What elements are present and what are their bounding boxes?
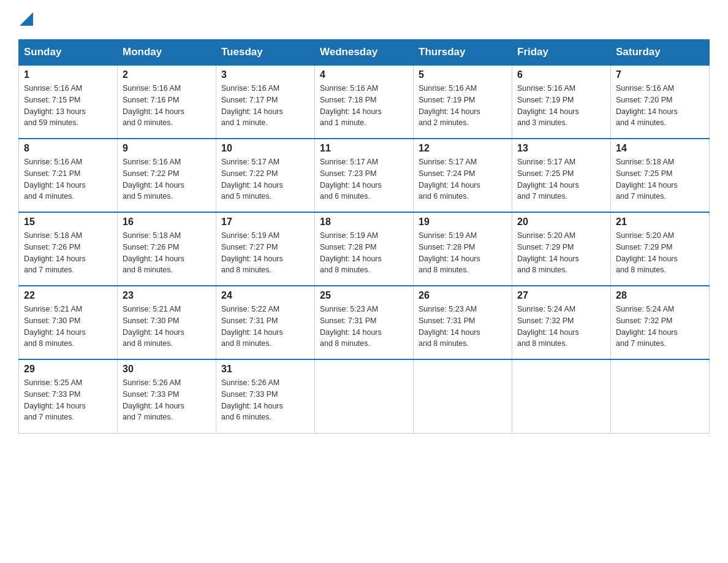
day-number: 28 bbox=[616, 290, 704, 301]
weekday-header-tuesday: Tuesday bbox=[216, 40, 315, 66]
day-number: 26 bbox=[419, 290, 507, 301]
calendar-cell: 24 Sunrise: 5:22 AMSunset: 7:31 PMDaylig… bbox=[216, 286, 315, 359]
calendar-cell: 5 Sunrise: 5:16 AMSunset: 7:19 PMDayligh… bbox=[414, 65, 512, 139]
calendar-cell: 21 Sunrise: 5:20 AMSunset: 7:29 PMDaylig… bbox=[611, 212, 710, 286]
calendar-cell: 6 Sunrise: 5:16 AMSunset: 7:19 PMDayligh… bbox=[512, 65, 611, 139]
day-number: 21 bbox=[616, 216, 704, 228]
weekday-header-saturday: Saturday bbox=[611, 40, 710, 66]
day-number: 23 bbox=[123, 290, 211, 301]
calendar-cell: 9 Sunrise: 5:16 AMSunset: 7:22 PMDayligh… bbox=[118, 139, 216, 212]
day-info: Sunrise: 5:19 AMSunset: 7:28 PMDaylight:… bbox=[419, 230, 507, 276]
day-number: 12 bbox=[419, 143, 507, 154]
day-number: 24 bbox=[221, 290, 309, 301]
day-number: 8 bbox=[24, 143, 112, 154]
calendar-cell bbox=[611, 359, 710, 433]
weekday-header-friday: Friday bbox=[512, 40, 611, 66]
calendar-cell: 7 Sunrise: 5:16 AMSunset: 7:20 PMDayligh… bbox=[611, 65, 710, 139]
calendar-cell bbox=[315, 359, 414, 433]
calendar-cell: 29 Sunrise: 5:25 AMSunset: 7:33 PMDaylig… bbox=[19, 359, 118, 433]
calendar-table: SundayMondayTuesdayWednesdayThursdayFrid… bbox=[18, 39, 710, 434]
calendar-cell: 1 Sunrise: 5:16 AMSunset: 7:15 PMDayligh… bbox=[19, 65, 118, 139]
calendar-cell: 28 Sunrise: 5:24 AMSunset: 7:32 PMDaylig… bbox=[611, 286, 710, 359]
day-info: Sunrise: 5:23 AMSunset: 7:31 PMDaylight:… bbox=[320, 304, 408, 350]
day-info: Sunrise: 5:19 AMSunset: 7:27 PMDaylight:… bbox=[221, 230, 309, 276]
day-info: Sunrise: 5:23 AMSunset: 7:31 PMDaylight:… bbox=[419, 304, 507, 350]
calendar-cell: 25 Sunrise: 5:23 AMSunset: 7:31 PMDaylig… bbox=[315, 286, 414, 359]
calendar-cell: 15 Sunrise: 5:18 AMSunset: 7:26 PMDaylig… bbox=[19, 212, 118, 286]
day-number: 3 bbox=[221, 69, 309, 80]
calendar-cell: 22 Sunrise: 5:21 AMSunset: 7:30 PMDaylig… bbox=[19, 286, 118, 359]
day-info: Sunrise: 5:17 AMSunset: 7:24 PMDaylight:… bbox=[419, 156, 507, 202]
day-number: 27 bbox=[517, 290, 605, 301]
calendar-cell: 26 Sunrise: 5:23 AMSunset: 7:31 PMDaylig… bbox=[414, 286, 512, 359]
logo-triangle-icon bbox=[20, 12, 33, 26]
day-info: Sunrise: 5:26 AMSunset: 7:33 PMDaylight:… bbox=[123, 377, 211, 423]
day-number: 14 bbox=[616, 143, 704, 154]
logo-blue-part bbox=[20, 12, 33, 28]
calendar-cell: 17 Sunrise: 5:19 AMSunset: 7:27 PMDaylig… bbox=[216, 212, 315, 286]
day-number: 20 bbox=[517, 216, 605, 228]
logo-text bbox=[18, 12, 33, 28]
day-info: Sunrise: 5:18 AMSunset: 7:26 PMDaylight:… bbox=[24, 230, 112, 276]
day-info: Sunrise: 5:19 AMSunset: 7:28 PMDaylight:… bbox=[320, 230, 408, 276]
day-number: 15 bbox=[24, 216, 112, 228]
day-info: Sunrise: 5:24 AMSunset: 7:32 PMDaylight:… bbox=[616, 304, 704, 350]
day-number: 11 bbox=[320, 143, 408, 154]
day-number: 5 bbox=[419, 69, 507, 80]
calendar-week-2: 8 Sunrise: 5:16 AMSunset: 7:21 PMDayligh… bbox=[19, 139, 710, 212]
day-info: Sunrise: 5:16 AMSunset: 7:20 PMDaylight:… bbox=[616, 83, 704, 129]
day-number: 7 bbox=[616, 69, 704, 80]
day-info: Sunrise: 5:16 AMSunset: 7:19 PMDaylight:… bbox=[419, 83, 507, 129]
calendar-cell: 30 Sunrise: 5:26 AMSunset: 7:33 PMDaylig… bbox=[118, 359, 216, 433]
calendar-cell: 18 Sunrise: 5:19 AMSunset: 7:28 PMDaylig… bbox=[315, 212, 414, 286]
calendar-cell: 20 Sunrise: 5:20 AMSunset: 7:29 PMDaylig… bbox=[512, 212, 611, 286]
day-info: Sunrise: 5:16 AMSunset: 7:17 PMDaylight:… bbox=[221, 83, 309, 129]
calendar-cell: 23 Sunrise: 5:21 AMSunset: 7:30 PMDaylig… bbox=[118, 286, 216, 359]
day-info: Sunrise: 5:25 AMSunset: 7:33 PMDaylight:… bbox=[24, 377, 112, 423]
day-number: 13 bbox=[517, 143, 605, 154]
day-number: 6 bbox=[517, 69, 605, 80]
day-info: Sunrise: 5:22 AMSunset: 7:31 PMDaylight:… bbox=[221, 304, 309, 350]
day-info: Sunrise: 5:17 AMSunset: 7:25 PMDaylight:… bbox=[517, 156, 605, 202]
calendar-week-1: 1 Sunrise: 5:16 AMSunset: 7:15 PMDayligh… bbox=[19, 65, 710, 139]
weekday-header-monday: Monday bbox=[118, 40, 216, 66]
day-info: Sunrise: 5:20 AMSunset: 7:29 PMDaylight:… bbox=[616, 230, 704, 276]
day-number: 1 bbox=[24, 69, 112, 80]
calendar-cell: 13 Sunrise: 5:17 AMSunset: 7:25 PMDaylig… bbox=[512, 139, 611, 212]
calendar-cell: 14 Sunrise: 5:18 AMSunset: 7:25 PMDaylig… bbox=[611, 139, 710, 212]
day-info: Sunrise: 5:21 AMSunset: 7:30 PMDaylight:… bbox=[123, 304, 211, 350]
day-info: Sunrise: 5:17 AMSunset: 7:23 PMDaylight:… bbox=[320, 156, 408, 202]
calendar-cell: 12 Sunrise: 5:17 AMSunset: 7:24 PMDaylig… bbox=[414, 139, 512, 212]
calendar-week-3: 15 Sunrise: 5:18 AMSunset: 7:26 PMDaylig… bbox=[19, 212, 710, 286]
weekday-header-sunday: Sunday bbox=[19, 40, 118, 66]
day-info: Sunrise: 5:16 AMSunset: 7:19 PMDaylight:… bbox=[517, 83, 605, 129]
calendar-cell: 3 Sunrise: 5:16 AMSunset: 7:17 PMDayligh… bbox=[216, 65, 315, 139]
svg-marker-0 bbox=[20, 12, 33, 26]
weekday-header-row: SundayMondayTuesdayWednesdayThursdayFrid… bbox=[19, 40, 710, 66]
calendar-cell: 2 Sunrise: 5:16 AMSunset: 7:16 PMDayligh… bbox=[118, 65, 216, 139]
day-info: Sunrise: 5:17 AMSunset: 7:22 PMDaylight:… bbox=[221, 156, 309, 202]
day-info: Sunrise: 5:16 AMSunset: 7:16 PMDaylight:… bbox=[123, 83, 211, 129]
day-number: 30 bbox=[123, 364, 211, 375]
day-number: 10 bbox=[221, 143, 309, 154]
calendar-cell: 4 Sunrise: 5:16 AMSunset: 7:18 PMDayligh… bbox=[315, 65, 414, 139]
page-header bbox=[18, 12, 710, 28]
day-number: 25 bbox=[320, 290, 408, 301]
day-info: Sunrise: 5:24 AMSunset: 7:32 PMDaylight:… bbox=[517, 304, 605, 350]
day-number: 18 bbox=[320, 216, 408, 228]
day-number: 4 bbox=[320, 69, 408, 80]
calendar-cell: 10 Sunrise: 5:17 AMSunset: 7:22 PMDaylig… bbox=[216, 139, 315, 212]
day-number: 2 bbox=[123, 69, 211, 80]
day-info: Sunrise: 5:16 AMSunset: 7:18 PMDaylight:… bbox=[320, 83, 408, 129]
day-info: Sunrise: 5:20 AMSunset: 7:29 PMDaylight:… bbox=[517, 230, 605, 276]
calendar-cell bbox=[512, 359, 611, 433]
calendar-cell bbox=[414, 359, 512, 433]
day-info: Sunrise: 5:26 AMSunset: 7:33 PMDaylight:… bbox=[221, 377, 309, 423]
day-info: Sunrise: 5:16 AMSunset: 7:15 PMDaylight:… bbox=[24, 83, 112, 129]
calendar-cell: 8 Sunrise: 5:16 AMSunset: 7:21 PMDayligh… bbox=[19, 139, 118, 212]
weekday-header-wednesday: Wednesday bbox=[315, 40, 414, 66]
calendar-cell: 31 Sunrise: 5:26 AMSunset: 7:33 PMDaylig… bbox=[216, 359, 315, 433]
calendar-week-5: 29 Sunrise: 5:25 AMSunset: 7:33 PMDaylig… bbox=[19, 359, 710, 433]
day-number: 16 bbox=[123, 216, 211, 228]
day-number: 22 bbox=[24, 290, 112, 301]
